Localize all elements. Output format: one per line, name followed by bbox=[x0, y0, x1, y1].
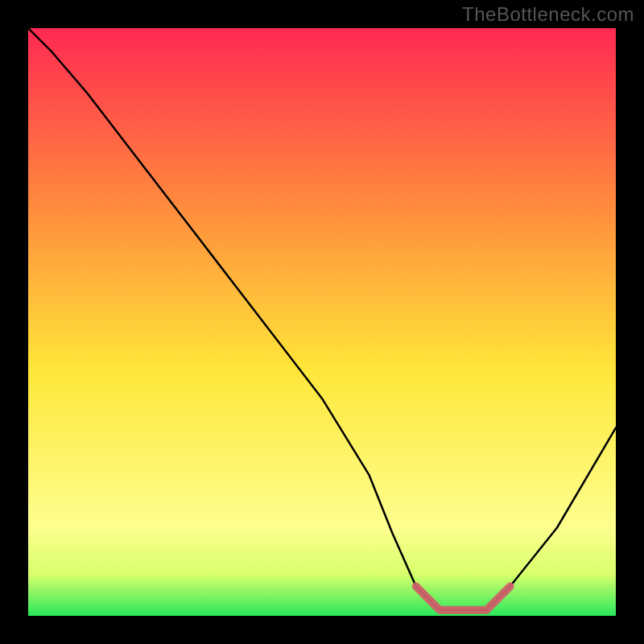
chart-container: TheBottleneck.com bbox=[0, 0, 644, 644]
bottleneck-chart bbox=[28, 28, 616, 616]
gradient-background bbox=[28, 28, 616, 616]
plot-area bbox=[28, 28, 616, 616]
watermark-label: TheBottleneck.com bbox=[462, 3, 634, 26]
